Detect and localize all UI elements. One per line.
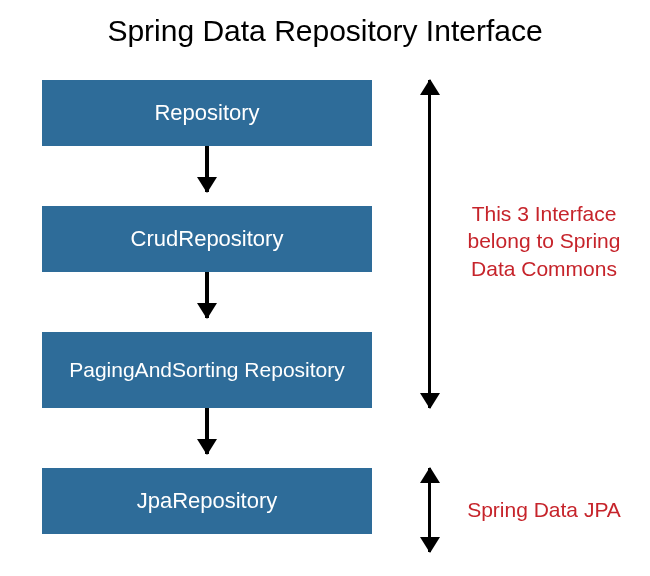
box-crud-repository: CrudRepository [42, 206, 372, 272]
annotation-spring-data-jpa: Spring Data JPA [454, 496, 634, 523]
box-repository: Repository [42, 80, 372, 146]
double-arrow-vertical-icon [428, 468, 431, 552]
arrow-down-icon [205, 408, 209, 454]
arrow-down-icon [205, 146, 209, 192]
annotation-spring-data-commons: This 3 Interface belong to Spring Data C… [454, 200, 634, 282]
box-jpa-repository-label: JpaRepository [137, 488, 278, 513]
double-arrow-vertical-icon [428, 80, 431, 408]
arrow-down-icon [205, 272, 209, 318]
box-repository-label: Repository [154, 100, 259, 125]
diagram-canvas: Spring Data Repository Interface Reposit… [0, 0, 650, 576]
box-paging-sorting-repository: PagingAndSorting Repository [42, 332, 372, 408]
box-paging-sorting-repository-label: PagingAndSorting Repository [69, 358, 345, 382]
box-crud-repository-label: CrudRepository [131, 226, 284, 251]
diagram-title: Spring Data Repository Interface [0, 14, 650, 48]
box-jpa-repository: JpaRepository [42, 468, 372, 534]
